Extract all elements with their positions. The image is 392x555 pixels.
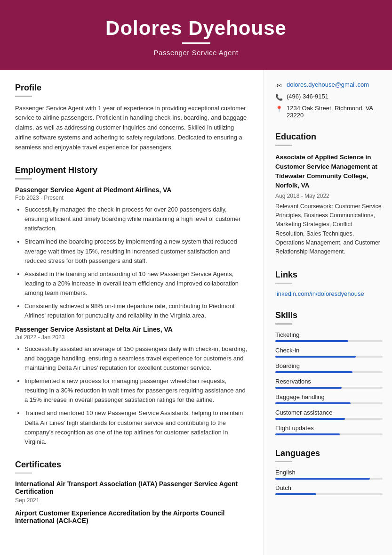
skill-checkin-bar-fill: [275, 356, 356, 358]
contact-address-row: 📍 1234 Oak Street, Richmond, VA 23220: [275, 105, 383, 119]
job-1-title: Passenger Service Agent at Piedmont Airl…: [15, 186, 248, 194]
cert-2: Airport Customer Experience Accreditatio…: [15, 509, 248, 524]
skill-ticketing-label: Ticketing: [275, 331, 383, 338]
header: Dolores Dyehouse Passenger Service Agent: [0, 0, 392, 70]
job-2-bullet-2: Implemented a new process for managing p…: [24, 376, 248, 405]
skills-section: Skills Ticketing Check-in Boarding: [275, 310, 383, 435]
skill-customer-assistance-bar-bg: [275, 418, 383, 420]
candidate-name: Dolores Dyehouse: [9, 17, 383, 40]
edu-1-coursework: Relevant Coursework: Customer Service Pr…: [275, 202, 383, 257]
link-1-label[interactable]: linkedin.com/in/doloresdyehouse: [275, 290, 364, 297]
skill-ticketing-bar-bg: [275, 340, 383, 342]
languages-title: Languages: [275, 449, 383, 458]
contact-email-row: ✉ dolores.dyehouse@gmail.com: [275, 81, 383, 89]
job-2-dates: Jul 2022 - Jan 2023: [15, 334, 248, 341]
lang-dutch-bar-fill: [275, 493, 316, 495]
contact-address: 1234 Oak Street, Richmond, VA 23220: [287, 105, 383, 119]
profile-title: Profile: [15, 83, 248, 93]
contact-email[interactable]: dolores.dyehouse@gmail.com: [287, 81, 369, 88]
cert-2-title: Airport Customer Experience Accreditatio…: [15, 509, 248, 524]
contact-phone-row: 📞 (496) 346-9151: [275, 93, 383, 101]
skill-boarding-bar-fill: [275, 371, 352, 373]
cert-1-title: International Air Transport Association …: [15, 480, 248, 495]
education-section: Education Associate of Applied Science i…: [275, 132, 383, 257]
candidate-title: Passenger Service Agent: [9, 49, 383, 57]
skill-ticketing-bar-fill: [275, 340, 348, 342]
employment-divider: [15, 178, 32, 180]
skill-reservations: Reservations: [275, 378, 383, 389]
cert-1-date: Sep 2021: [15, 497, 248, 504]
skill-flight-updates-bar-fill: [275, 433, 340, 435]
certificates-section: Certificates International Air Transport…: [15, 460, 248, 525]
skills-title: Skills: [275, 310, 383, 320]
skill-reservations-label: Reservations: [275, 378, 383, 385]
profile-text: Passenger Service Agent with 1 year of e…: [15, 104, 248, 153]
job-1-bullet-2: Streamlined the boarding process by impl…: [24, 237, 248, 265]
employment-section: Employment History Passenger Service Age…: [15, 165, 248, 446]
links-title: Links: [275, 270, 383, 280]
cert-1: International Air Transport Association …: [15, 480, 248, 504]
skill-customer-assistance-label: Customer assistance: [275, 409, 383, 416]
job-2-bullet-3: Trained and mentored 10 new Passenger Se…: [24, 408, 248, 447]
resume-wrapper: Dolores Dyehouse Passenger Service Agent…: [0, 0, 392, 555]
skill-boarding-label: Boarding: [275, 362, 383, 369]
job-1: Passenger Service Agent at Piedmont Airl…: [15, 186, 248, 321]
job-2-bullet-1: Successfully assisted an average of 150 …: [24, 344, 248, 373]
links-divider: [275, 283, 292, 284]
skill-boarding-bar-bg: [275, 371, 383, 373]
skill-checkin-label: Check-in: [275, 347, 383, 354]
lang-dutch: Dutch: [275, 484, 383, 495]
skill-checkin: Check-in: [275, 347, 383, 358]
contact-section: ✉ dolores.dyehouse@gmail.com 📞 (496) 346…: [275, 81, 383, 119]
main-content: Profile Passenger Service Agent with 1 y…: [0, 70, 392, 555]
certificates-title: Certificates: [15, 460, 248, 470]
lang-english-bar-bg: [275, 478, 383, 480]
certificates-divider: [15, 473, 32, 474]
skill-reservations-bar-fill: [275, 387, 342, 389]
profile-section: Profile Passenger Service Agent with 1 y…: [15, 83, 248, 152]
job-1-bullet-4: Consistently achieved a 98% on-time depa…: [24, 302, 248, 320]
header-underline: [182, 42, 210, 44]
skill-baggage-bar-bg: [275, 402, 383, 404]
job-1-dates: Feb 2023 - Present: [15, 195, 248, 201]
job-2-bullets: Successfully assisted an average of 150 …: [15, 344, 248, 447]
right-column: ✉ dolores.dyehouse@gmail.com 📞 (496) 346…: [264, 70, 392, 555]
job-1-bullet-3: Assisted in the training and onboarding …: [24, 269, 248, 298]
skill-flight-updates-bar-bg: [275, 433, 383, 435]
employment-title: Employment History: [15, 165, 248, 175]
lang-english: English: [275, 469, 383, 480]
phone-icon: 📞: [275, 93, 283, 101]
job-1-bullets: Successfully managed the check-in proces…: [15, 205, 248, 321]
skill-customer-assistance: Customer assistance: [275, 409, 383, 420]
links-section: Links linkedin.com/in/doloresdyehouse: [275, 270, 383, 298]
skill-flight-updates-label: Flight updates: [275, 424, 383, 432]
skill-baggage-label: Baggage handling: [275, 393, 383, 400]
link-1: linkedin.com/in/doloresdyehouse: [275, 290, 383, 297]
job-2: Passenger Service Assistant at Delta Air…: [15, 326, 248, 447]
lang-english-label: English: [275, 469, 383, 476]
job-1-bullet-1: Successfully managed the check-in proces…: [24, 205, 248, 233]
skill-baggage-bar-fill: [275, 402, 351, 404]
location-icon: 📍: [275, 105, 283, 113]
contact-phone: (496) 346-9151: [287, 93, 328, 100]
lang-dutch-label: Dutch: [275, 484, 383, 491]
education-title: Education: [275, 132, 383, 142]
skill-customer-assistance-bar-fill: [275, 418, 345, 420]
edu-1-title: Associate of Applied Science in Customer…: [275, 153, 383, 191]
skill-boarding: Boarding: [275, 362, 383, 373]
lang-english-bar-fill: [275, 478, 370, 480]
education-divider: [275, 145, 292, 146]
skill-baggage: Baggage handling: [275, 393, 383, 404]
email-icon: ✉: [275, 82, 283, 89]
languages-section: Languages English Dutch: [275, 449, 383, 496]
skill-checkin-bar-bg: [275, 356, 383, 358]
profile-divider: [15, 96, 32, 97]
languages-divider: [275, 461, 292, 463]
edu-1-dates: Aug 2018 - May 2022: [275, 193, 383, 199]
job-2-title: Passenger Service Assistant at Delta Air…: [15, 326, 248, 333]
left-column: Profile Passenger Service Agent with 1 y…: [0, 70, 264, 555]
skill-ticketing: Ticketing: [275, 331, 383, 342]
skill-reservations-bar-bg: [275, 387, 383, 389]
skill-flight-updates: Flight updates: [275, 424, 383, 435]
lang-dutch-bar-bg: [275, 493, 383, 495]
